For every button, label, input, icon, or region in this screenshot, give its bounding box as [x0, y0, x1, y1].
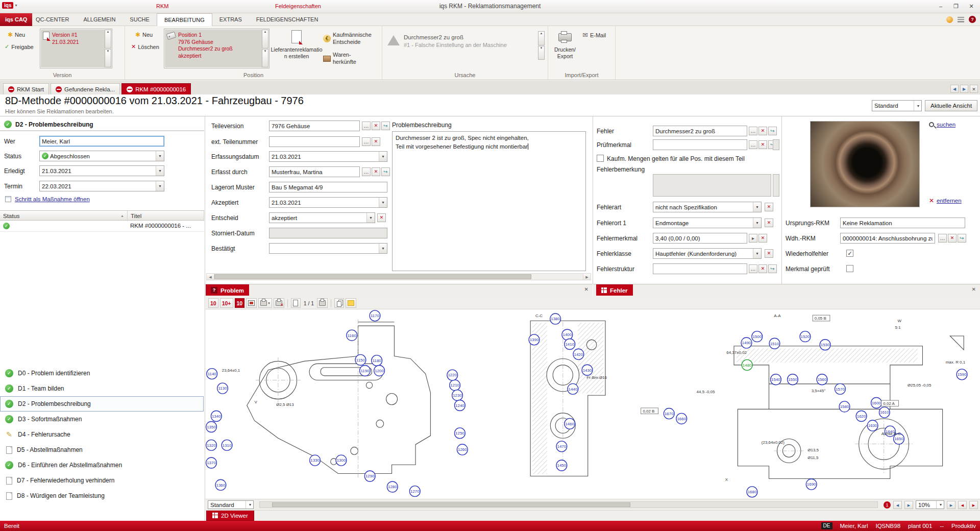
erfasst-durch-clear-button[interactable]: ✕ [372, 167, 380, 176]
teileversion-goto-button[interactable]: ↪ [381, 122, 390, 130]
note-button[interactable] [346, 298, 356, 308]
entscheid-select[interactable]: akzeptiert▾ [269, 212, 375, 223]
fehlerort-1-clear-button[interactable]: ✕ [765, 219, 773, 227]
close-button[interactable]: ✕ [964, 1, 979, 12]
lieferantenreklamation-button[interactable]: Lieferantenreklamation erstellen [273, 27, 321, 72]
ext-teilenummer-browse-button[interactable]: … [362, 137, 371, 146]
teileversion-browse-button[interactable]: … [362, 122, 371, 130]
balloon-filter-10-button[interactable]: 10 [208, 298, 218, 308]
column-header-status[interactable]: Status▲ [0, 211, 128, 221]
kaufm-mengen-checkbox[interactable] [597, 155, 604, 162]
step-item-d2[interactable]: ✓D2 - Problembeschreibung [0, 396, 204, 412]
fehlerklasse-select[interactable]: Hauptfehler (Kundenforderung)▾ [653, 248, 762, 259]
aktuelle-ansicht-button[interactable]: Aktuelle Ansicht [925, 100, 977, 111]
table-row[interactable]: ✓ RKM #0000000016 - ... [0, 221, 204, 232]
merkmal-geprueft-checkbox[interactable] [846, 265, 853, 272]
view-select[interactable]: Standard▾ [872, 100, 922, 111]
fehlerart-dropdown-button[interactable]: ▾ [753, 202, 761, 212]
viewer-next-button[interactable]: ▶ [904, 501, 913, 509]
fehler-tab[interactable]: Fehler [596, 284, 633, 296]
position-loeschen-button[interactable]: ✕Löschen [130, 42, 161, 51]
erfassungsdatum-dropdown-button[interactable]: ▾ [379, 152, 387, 161]
balloon-filter-10-button[interactable]: 10 [235, 298, 245, 308]
fehlerart-clear-button[interactable]: ✕ [765, 203, 773, 211]
fehlerstruktur-browse-button[interactable]: … [749, 264, 757, 273]
viewer-prev-button[interactable]: ◀ [893, 501, 902, 509]
wdh-rkm-input[interactable]: 0000000014: Anschlussbohrung zu ... [840, 233, 935, 244]
erledigt-select[interactable]: 21.03.2021▾ [39, 165, 164, 176]
fehlerbemerkung-textarea[interactable] [653, 174, 771, 197]
fehlerstruktur-goto-button[interactable]: ↪ [768, 264, 777, 273]
help-icon[interactable]: ? [969, 16, 976, 23]
version-spinner[interactable]: ▲▼ [105, 30, 111, 67]
app-menu-button[interactable]: iqs ▾ [2, 2, 17, 9]
ribbon-tab-bearbeitung[interactable]: BEARBEITUNG [157, 13, 212, 26]
problem-close-button[interactable]: ✕ [584, 286, 589, 292]
position-list-item[interactable]: Position 1 7976 Gehäuse Durchmesser2 zu … [165, 30, 262, 67]
document-tab-gefundene-rekla[interactable]: Gefundene Rekla... [51, 83, 120, 94]
fehlerart-select[interactable]: nicht nach Spezifikation▾ [653, 202, 762, 212]
termin-select[interactable]: 22.03.2021▾ [39, 181, 164, 191]
fehler-close-button[interactable]: ✕ [972, 286, 976, 292]
document-tab-rkm-start[interactable]: RKM Start [3, 83, 49, 94]
ursprungs-rkm-input[interactable]: Keine Reklamation [840, 218, 965, 228]
copy-button[interactable] [334, 298, 344, 308]
minimize-button[interactable]: – [933, 1, 948, 12]
tabs-close-button[interactable]: ✕ [970, 85, 978, 93]
fehlerstruktur-clear-button[interactable]: ✕ [758, 264, 767, 273]
problem-tab[interactable]: ? Problem [206, 284, 249, 296]
app-menu-tab[interactable]: iqs CAQ [0, 13, 32, 26]
kaufmaennische-entscheide-button[interactable]: € KaufmännischeEntscheide [322, 31, 373, 47]
tab-2d-viewer[interactable]: 2D Viewer [206, 511, 254, 521]
viewer-step-button[interactable]: ▶ [947, 501, 955, 509]
printer-button[interactable]: ▾ [258, 298, 272, 308]
storniert-datum-input[interactable] [269, 228, 387, 238]
fehler-input[interactable]: Durchmesser2 zu groß [653, 126, 747, 136]
entscheid-dropdown-button[interactable]: ▾ [366, 213, 375, 223]
balloon-filter-10-button[interactable]: 10+ [220, 298, 233, 308]
erfasst-durch-browse-button[interactable]: … [362, 167, 371, 176]
warenherkuenfte-button[interactable]: Waren-herkünfte [322, 51, 358, 67]
viewer-layout-select[interactable]: Standard▾ [208, 500, 254, 509]
step-item-d0[interactable]: ✓D0 - Problem identifizieren [0, 366, 204, 381]
ribbon-tab-qc-center[interactable]: QC-CENTER [29, 13, 76, 26]
wdh-rkm-goto-button[interactable]: ↪ [958, 234, 966, 243]
tabs-scroll-right-button[interactable]: ▶ [960, 85, 968, 93]
step-item-d1[interactable]: ✓D1 - Team bilden [0, 381, 204, 396]
fehler-goto-button[interactable]: ↪ [768, 127, 777, 135]
lagerort-muster-input[interactable]: Bau 5 Megamat 4/9 [269, 182, 387, 192]
document-tab-rkm-0000000016[interactable]: RKM #0000000016 [121, 83, 191, 94]
version-freigabe-button[interactable]: ✓Freigabe [3, 42, 35, 51]
column-header-titel[interactable]: Titel [128, 211, 204, 221]
ribbon-tab-allgemein[interactable]: ALLGEMEIN [76, 13, 122, 26]
pruefmerkmal-input[interactable] [653, 139, 747, 150]
ursache-spinner[interactable]: ▲▼ [538, 31, 545, 60]
fehlerstruktur-input[interactable] [653, 263, 747, 274]
printer-x-button[interactable] [274, 298, 284, 308]
problem-hscrollbar[interactable]: ◀ ▶ [206, 273, 591, 280]
erfassungsdatum-select[interactable]: 21.03.2021▾ [269, 151, 387, 162]
akzeptiert-dropdown-button[interactable]: ▾ [379, 198, 387, 207]
fehlerort-1-select[interactable]: Endmontage▾ [653, 218, 762, 228]
fehlermerkmal-detail-button[interactable]: ▸ [749, 234, 757, 243]
version-neu-button[interactable]: ✱Neu [6, 30, 27, 39]
teileversion-input[interactable]: 7976 Gehäuse [269, 120, 360, 131]
wiederholfehler-checkbox[interactable]: ✓ [846, 250, 853, 257]
teileversion-clear-button[interactable]: ✕ [372, 122, 380, 130]
fehlermerkmal-input[interactable]: 3,40 (0,00 / 0,00) [653, 233, 747, 244]
ribbon-tab-suche[interactable]: SUCHE [122, 13, 157, 26]
scrollbar-thumb[interactable] [272, 502, 630, 507]
position-spinner[interactable]: ▲▼ [262, 30, 268, 67]
step-item-d8[interactable]: D8 - Würdigen der Teamleistung [0, 488, 204, 503]
erfasst-durch-input[interactable]: Musterfrau, Martina [269, 166, 360, 177]
entscheid-clear-button[interactable]: ✕ [377, 213, 386, 222]
schritt-als-massnahme-link[interactable]: Schritt als Maßnahme öffnen [15, 196, 90, 202]
ribbon-tab-feldeigenschaften[interactable]: FELDEIGENSCHAFTEN [249, 13, 326, 26]
ext-teilenummer-input[interactable] [269, 136, 360, 147]
scroll-right-arrow[interactable]: ▶ [583, 274, 591, 280]
tabs-scroll-left-button[interactable]: ◀ [950, 85, 959, 93]
ribbon-tab-extras[interactable]: EXTRAS [212, 13, 249, 26]
step-item-d6[interactable]: ✓D6 - Einführen der Abstellmaßnahmen [0, 457, 204, 473]
drawing-canvas[interactable]: 1130114011501160117011801190120012101220… [206, 309, 980, 499]
fehlerklasse-dropdown-button[interactable]: ▾ [753, 249, 761, 258]
